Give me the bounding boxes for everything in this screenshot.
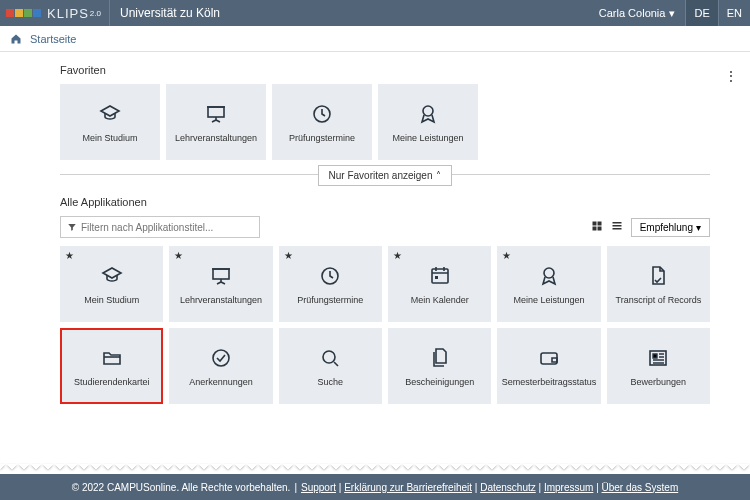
app-tile[interactable]: Studierendenkartei [60, 328, 163, 404]
svg-rect-9 [592, 222, 596, 226]
breadcrumb-home[interactable]: Startseite [30, 33, 76, 45]
brand: KLIPS 2.0 [0, 0, 110, 26]
clock-icon [309, 101, 335, 127]
tile-label: Mein Kalender [408, 295, 472, 305]
svg-rect-15 [612, 228, 621, 230]
app-tile[interactable]: ★Mein Kalender [388, 246, 491, 322]
tile-label: Prüfungstermine [286, 133, 358, 143]
app-tile[interactable]: ★Lehrveranstaltungen [169, 246, 272, 322]
check-icon [208, 345, 234, 371]
lang-en[interactable]: EN [718, 0, 750, 26]
lang-de[interactable]: DE [685, 0, 717, 26]
more-menu-icon[interactable]: ⋮ [724, 68, 738, 84]
user-name: Carla Colonia [599, 7, 666, 19]
ribbon-icon [415, 101, 441, 127]
tile-label: Studierendenkartei [71, 377, 153, 387]
app-tile[interactable]: Prüfungstermine [272, 84, 372, 160]
star-icon[interactable]: ★ [502, 250, 511, 261]
top-bar: KLIPS 2.0 Universität zu Köln Carla Colo… [0, 0, 750, 26]
tile-label: Transcript of Records [612, 295, 704, 305]
tile-label: Mein Studium [81, 295, 142, 305]
star-icon[interactable]: ★ [284, 250, 293, 261]
wallet-icon [536, 345, 562, 371]
graduation-icon [99, 263, 125, 289]
news-icon [645, 345, 671, 371]
app-tile[interactable]: ★Mein Studium [60, 246, 163, 322]
tile-label: Mein Studium [79, 133, 140, 143]
star-icon[interactable]: ★ [174, 250, 183, 261]
footer-links: Support | Erklärung zur Barrierefreiheit… [301, 482, 678, 493]
home-icon[interactable] [10, 33, 22, 45]
favorites-title: Favoriten [60, 64, 710, 76]
tile-label: Anerkennungen [186, 377, 256, 387]
footer-link[interactable]: Datenschutz [480, 482, 536, 493]
presentation-icon [208, 263, 234, 289]
app-tile[interactable]: Bewerbungen [607, 328, 710, 404]
apps-grid: ★Mein Studium★Lehrveranstaltungen★Prüfun… [60, 246, 710, 404]
sort-dropdown[interactable]: Empfehlung ▾ [631, 218, 710, 237]
favorites-row: ⋮ Mein StudiumLehrveranstaltungenPrüfung… [60, 84, 710, 160]
app-tile[interactable]: Meine Leistungen [378, 84, 478, 160]
grid-view-icon[interactable] [591, 220, 605, 234]
chevron-up-icon: ˄ [436, 170, 441, 181]
footer-link[interactable]: Über das System [602, 482, 679, 493]
app-tile[interactable]: Anerkennungen [169, 328, 272, 404]
search-icon [317, 345, 343, 371]
tile-label: Meine Leistungen [510, 295, 587, 305]
calendar-icon [427, 263, 453, 289]
star-icon[interactable]: ★ [393, 250, 402, 261]
footer: © 2022 CAMPUSonline. Alle Rechte vorbeha… [0, 474, 750, 500]
torn-edge-decoration [0, 464, 750, 474]
app-tile[interactable]: Transcript of Records [607, 246, 710, 322]
footer-link[interactable]: Erklärung zur Barrierefreiheit [344, 482, 472, 493]
tile-label: Bescheinigungen [402, 377, 477, 387]
university-name: Universität zu Köln [110, 6, 230, 20]
app-tile[interactable]: ★Meine Leistungen [497, 246, 600, 322]
folder-icon [99, 345, 125, 371]
filter-input-wrap[interactable] [60, 216, 260, 238]
tile-label: Lehrveranstaltungen [177, 295, 265, 305]
app-tile[interactable]: Lehrveranstaltungen [166, 84, 266, 160]
footer-link[interactable]: Support [301, 482, 336, 493]
svg-rect-10 [597, 222, 601, 226]
doc-icon [645, 263, 671, 289]
brand-stripe-icon [6, 9, 41, 17]
presentation-icon [203, 101, 229, 127]
all-apps-title: Alle Applikationen [60, 196, 710, 208]
app-tile[interactable]: ★Prüfungstermine [279, 246, 382, 322]
copyright: © 2022 CAMPUSonline. Alle Rechte vorbeha… [72, 482, 291, 493]
svg-rect-12 [597, 227, 601, 231]
list-view-icon[interactable] [611, 220, 625, 234]
app-tile[interactable]: Suche [279, 328, 382, 404]
tile-label: Semesterbeitragsstatus [499, 377, 600, 387]
app-tile[interactable]: Semesterbeitragsstatus [497, 328, 600, 404]
tile-label: Lehrveranstaltungen [172, 133, 260, 143]
caret-down-icon: ▾ [669, 7, 675, 20]
star-icon[interactable]: ★ [65, 250, 74, 261]
svg-rect-14 [612, 225, 621, 227]
tile-label: Bewerbungen [628, 377, 690, 387]
user-menu[interactable]: Carla Colonia ▾ [589, 7, 686, 20]
breadcrumb: Startseite [0, 26, 750, 52]
tile-label: Prüfungstermine [294, 295, 366, 305]
clock-icon [317, 263, 343, 289]
footer-link[interactable]: Impressum [544, 482, 593, 493]
app-tile[interactable]: Bescheinigungen [388, 328, 491, 404]
app-tile[interactable]: Mein Studium [60, 84, 160, 160]
filter-icon [67, 222, 77, 232]
graduation-icon [97, 101, 123, 127]
svg-rect-11 [592, 227, 596, 231]
tile-label: Suche [315, 377, 347, 387]
ribbon-icon [536, 263, 562, 289]
brand-version: 2.0 [90, 9, 101, 18]
collapse-favorites-button[interactable]: Nur Favoriten anzeigen ˄ [318, 165, 453, 186]
files-icon [427, 345, 453, 371]
caret-down-icon: ▾ [696, 222, 701, 233]
filter-input[interactable] [81, 222, 253, 233]
tile-label: Meine Leistungen [389, 133, 466, 143]
brand-name: KLIPS [47, 6, 89, 21]
svg-rect-13 [612, 222, 621, 224]
